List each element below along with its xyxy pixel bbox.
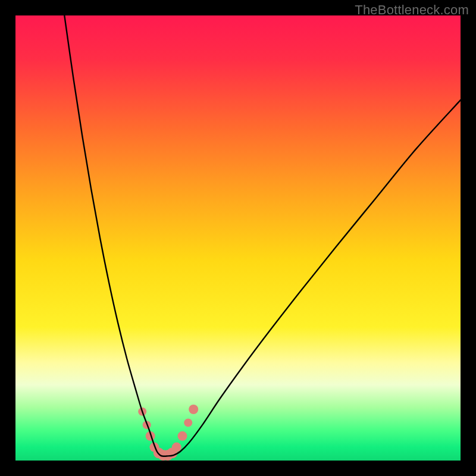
gradient-background bbox=[15, 15, 461, 461]
chart-svg bbox=[15, 15, 461, 461]
trough-marker bbox=[178, 431, 187, 441]
trough-marker bbox=[172, 443, 181, 452]
chart-frame: TheBottleneck.com bbox=[0, 0, 476, 476]
plot-area bbox=[15, 15, 461, 461]
watermark-text: TheBottleneck.com bbox=[355, 2, 469, 18]
trough-marker bbox=[189, 405, 198, 414]
trough-marker bbox=[184, 418, 192, 427]
